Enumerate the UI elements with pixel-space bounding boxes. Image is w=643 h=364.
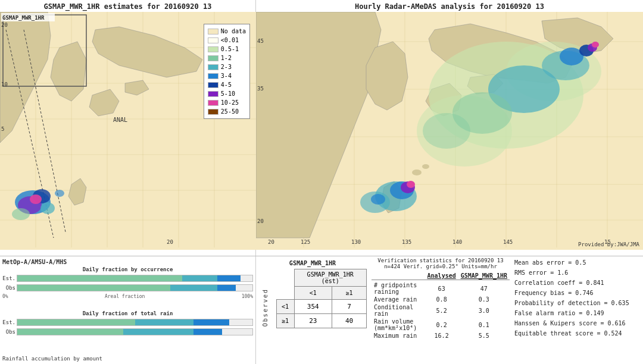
legend-label-001: <0.01 [221, 36, 239, 45]
stat-pod: Probability of detection = 0.635 [514, 298, 641, 308]
bar-fill-obs2-cyan [123, 329, 194, 335]
verif-val-analysed-1: 0.8 [425, 296, 458, 303]
legend-color-4 [208, 82, 219, 88]
stat-mean-abs: Mean abs error = 0.5 [514, 258, 641, 268]
svg-text:20: 20 [257, 218, 264, 224]
bar-chart3-label: Rainfall accumulation by amount [2, 356, 253, 362]
bar-container-est2 [17, 319, 253, 326]
right-panel: Hourly Radar-AMeDAS analysis for 2016092… [256, 0, 643, 256]
legend-color-5 [208, 91, 219, 97]
legend-label-4: 4-5 [221, 80, 232, 89]
legend-color-3 [208, 73, 219, 79]
svg-text:20: 20 [167, 239, 173, 245]
legend-box: No data <0.01 0.5-1 1-2 [204, 24, 250, 119]
bar-fill-est1-blue [217, 275, 241, 281]
right-map-area: 45 35 20 125 130 135 140 145 15 20 Provi… [256, 12, 643, 250]
bar-fill-est2-green [17, 319, 135, 325]
svg-text:5: 5 [1, 126, 4, 132]
legend-label-2: 2-3 [221, 62, 232, 71]
contingency-section: GSMAP_MWR_1HR GSMAP_MWR_1HR (est) Observ… [256, 256, 369, 364]
svg-text:140: 140 [452, 239, 462, 245]
legend-color-05 [208, 46, 219, 52]
bar-fill-est1-cyan [182, 275, 217, 281]
verif-section: Verification statistics for 20160920 13 … [369, 256, 512, 364]
svg-point-68 [407, 181, 415, 188]
main-container: GSMAP_MWR_1HR estimates for 20160920 13 [0, 0, 643, 364]
svg-point-54 [412, 170, 422, 175]
bar-fill-est2-blue [193, 319, 229, 325]
legend-label-05: 0.5-1 [221, 45, 239, 54]
svg-text:125: 125 [301, 239, 310, 245]
svg-marker-14 [89, 89, 119, 116]
left-panel: GSMAP_MWR_1HR estimates for 20160920 13 [0, 0, 256, 256]
svg-text:20: 20 [268, 239, 274, 245]
stat-hk: Hanssen & Kuipers score = 0.616 [514, 318, 641, 328]
legend-color-001 [208, 37, 219, 43]
verif-val-gsmap-0: 47 [458, 281, 510, 296]
verif-label-0: # gridpoints raining [372, 281, 425, 296]
bar-row-obs2: Obs [2, 328, 253, 336]
verif-val-gsmap-4: 5.5 [458, 332, 510, 340]
right-map-svg: 45 35 20 125 130 135 140 145 15 20 [256, 12, 643, 247]
bar-chart-total-rain: Daily fraction of total rain Est. Obs [2, 310, 253, 352]
svg-text:130: 130 [351, 239, 361, 245]
svg-marker-15 [125, 80, 149, 95]
stat-ets: Equitable threat score = 0.524 [514, 328, 641, 338]
bottom-left: MetOp-A/AMSU-A/MHS Daily fraction by occ… [0, 256, 256, 364]
legend-item-05: 0.5-1 [208, 45, 246, 54]
bar-fill-obs1-green [17, 285, 170, 291]
ct-val-23: 23 [294, 313, 332, 328]
bar-fill-obs2-blue [193, 329, 221, 335]
verif-val-analysed-2: 5.2 [425, 303, 458, 318]
ct-val-40: 40 [332, 313, 367, 328]
top-row: GSMAP_MWR_1HR estimates for 20160920 13 [0, 0, 643, 256]
legend-item-4: 4-5 [208, 80, 246, 89]
obs-label-1: Obs [2, 285, 15, 291]
svg-marker-16 [68, 178, 86, 205]
svg-text:45: 45 [257, 38, 264, 44]
stat-rms: RMS error = 1.6 [514, 268, 641, 278]
obs-label-2: Obs [2, 329, 15, 335]
obs-vertical-label: Observed [262, 288, 269, 327]
verif-val-analysed-4: 16.2 [425, 332, 458, 340]
bar-fill-obs1-blue [217, 285, 236, 291]
stat-far: False alarm ratio = 0.149 [514, 308, 641, 318]
axis-label-1: Areal fraction [105, 294, 145, 299]
svg-text:145: 145 [503, 239, 513, 245]
bar-container-obs2 [17, 328, 253, 335]
bar-row-obs1: Obs [2, 284, 253, 292]
contingency-table: GSMAP_MWR_1HR (est) Observed <1 ≥1 <1 35… [258, 269, 367, 328]
bar-fill-est2-cyan [135, 319, 194, 325]
right-map-title: Hourly Radar-AMeDAS analysis for 2016092… [256, 0, 643, 12]
legend-color-1 [208, 55, 219, 61]
legend-label-3: 3-4 [221, 71, 232, 80]
legend-color-2 [208, 64, 219, 70]
verif-row-volume: Rain volume (mm*km²x10⁴) 0.2 0.1 [372, 318, 510, 332]
axis-left-1: 0% [2, 294, 8, 299]
svg-text:135: 135 [402, 239, 411, 245]
ct-val-7: 7 [332, 299, 367, 313]
svg-point-27 [55, 190, 64, 197]
bar-chart2-title: Daily fraction of total rain [2, 310, 253, 316]
bottom-row: MetOp-A/AMSU-A/MHS Daily fraction by occ… [0, 256, 643, 364]
svg-point-70 [371, 194, 385, 205]
verif-row-condrain: Conditional rain 5.2 3.0 [372, 303, 510, 318]
svg-point-26 [12, 208, 30, 220]
ct-col-lt1: <1 [294, 287, 332, 300]
verif-val-gsmap-2: 3.0 [458, 303, 510, 318]
verif-row-avrain: Average rain 0.8 0.3 [372, 296, 510, 303]
verif-label-2: Conditional rain [372, 303, 425, 318]
bar-chart1-title: Daily fraction by occurrence [2, 266, 253, 272]
stats-section: Mean abs error = 0.5 RMS error = 1.6 Cor… [512, 256, 643, 364]
axis-right-1: 100% [242, 294, 253, 299]
verif-val-analysed-3: 0.2 [425, 318, 458, 332]
provided-by-label: Provided by:JWA/JMA [578, 241, 639, 247]
satellite-label: MetOp-A/AMSU-A/MHS [2, 259, 253, 265]
ct-col-ge1: ≥1 [332, 287, 367, 300]
verif-val-analysed-0: 63 [425, 281, 458, 296]
svg-point-72 [423, 113, 470, 149]
col-header-analysed: Analysed [425, 272, 458, 280]
legend-label-10: 10-25 [221, 98, 239, 107]
legend-item-10: 10-25 [208, 98, 246, 107]
col-header-gsmap: GSMAP_MWR_1HR [458, 272, 510, 280]
